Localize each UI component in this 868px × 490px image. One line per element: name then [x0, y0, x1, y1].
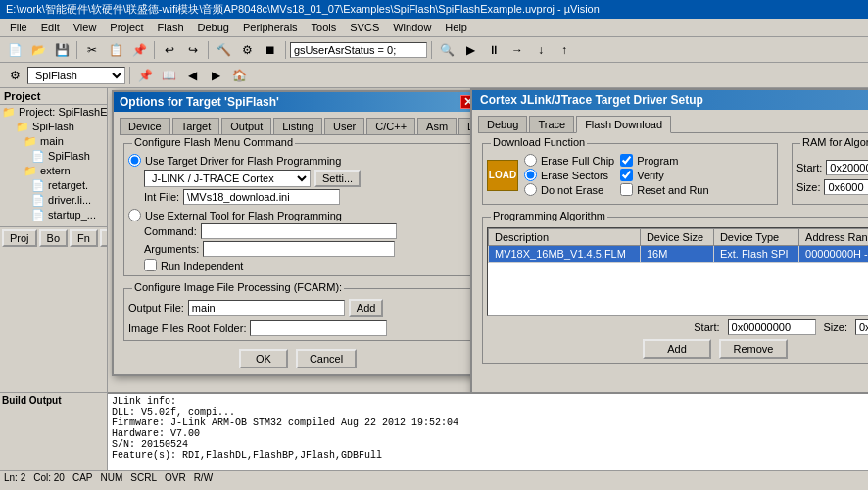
- root-folder-input[interactable]: [250, 320, 387, 336]
- radio-erase-sectors-input[interactable]: [524, 169, 537, 181]
- init-file-row: Int File:: [144, 189, 467, 205]
- ram-size-input[interactable]: [824, 179, 868, 195]
- tab-device[interactable]: Device: [120, 118, 170, 134]
- cortex-tab-trace[interactable]: Trace: [529, 116, 574, 132]
- folder-icon-4: 📁: [24, 165, 37, 176]
- panel-func-tab[interactable]: Fn: [70, 229, 98, 247]
- ram-section: RAM for Algorithm Start: Size:: [792, 143, 868, 205]
- rebuild-btn[interactable]: ⚙: [236, 39, 258, 61]
- target-option-btn[interactable]: ⚙: [4, 65, 25, 86]
- check-verify-input[interactable]: [620, 169, 633, 181]
- tree-spiflash-file[interactable]: 📄 SpiFlash: [0, 149, 107, 164]
- menu-debug[interactable]: Debug: [192, 21, 235, 34]
- toolbar-1: 📄 📂 💾 ✂ 📋 📌 ↩ ↪ 🔨 ⚙ ⏹ 🔍 ▶ ⏸ → ↓ ↑: [0, 37, 868, 63]
- menu-view[interactable]: View: [68, 21, 103, 34]
- algo-size-input[interactable]: [855, 319, 868, 335]
- next-btn[interactable]: ▶: [205, 65, 226, 86]
- tree-driver[interactable]: 📄 driver.li...: [0, 193, 107, 208]
- algo-start-input[interactable]: [728, 319, 816, 335]
- menu-peripherals[interactable]: Peripherals: [237, 21, 304, 34]
- remove-algo-btn[interactable]: Remove: [719, 339, 788, 359]
- tab-listing[interactable]: Listing: [273, 118, 322, 134]
- add-fcarm-btn[interactable]: Add: [349, 299, 384, 317]
- menu-help[interactable]: Help: [439, 21, 473, 34]
- menu-tools[interactable]: Tools: [306, 21, 343, 34]
- menu-file[interactable]: File: [4, 21, 33, 34]
- home-btn[interactable]: 🏠: [228, 65, 250, 86]
- cell-description: MV18X_16MB_V1.4.5.FLM: [489, 246, 641, 263]
- panel-tpl-tab[interactable]: Te: [100, 229, 108, 247]
- radio-erase-full-input[interactable]: [524, 154, 537, 167]
- root-folder-row: Image Files Root Folder:: [128, 320, 467, 336]
- output-panel: JLink info: DLL: V5.02f, compi... Firmwa…: [108, 392, 868, 470]
- tab-user[interactable]: User: [324, 118, 364, 134]
- search-btn[interactable]: 🔍: [436, 39, 458, 61]
- copy-btn[interactable]: 📋: [105, 39, 126, 61]
- tree-startup[interactable]: 📄 startup_...: [0, 208, 107, 222]
- file-icon-3: 📄: [31, 194, 45, 206]
- output-file-input[interactable]: [188, 300, 345, 316]
- cortex-main-row: Download Function LOAD Erase Full Chip: [478, 139, 868, 209]
- ram-start-input[interactable]: [826, 160, 868, 175]
- run-independent-label: Run Independent: [161, 260, 243, 271]
- ok-btn[interactable]: OK: [239, 349, 288, 368]
- book-btn[interactable]: 📖: [158, 65, 179, 86]
- status-input[interactable]: [290, 42, 427, 58]
- algo-table-row[interactable]: MV18X_16MB_V1.4.5.FLM 16M Ext. Flash SPI…: [489, 246, 869, 263]
- tree-main[interactable]: 📁 main: [0, 134, 107, 149]
- debug-start-btn[interactable]: ▶: [459, 39, 481, 61]
- radio-no-erase-input[interactable]: [524, 183, 537, 196]
- init-file-input[interactable]: [183, 189, 340, 205]
- pin-btn[interactable]: 📌: [134, 65, 156, 86]
- check-reset-input[interactable]: [620, 183, 633, 196]
- fcarm-section: Configure Image File Processing (FCARM):…: [123, 288, 472, 341]
- menu-project[interactable]: Project: [104, 21, 149, 34]
- algo-table-container[interactable]: Description Device Size Device Type Addr…: [487, 227, 868, 316]
- step-over-btn[interactable]: →: [506, 39, 528, 61]
- undo-btn[interactable]: ↩: [159, 39, 180, 61]
- arguments-input[interactable]: [203, 241, 395, 257]
- tab-target[interactable]: Target: [172, 118, 220, 134]
- step-out-btn[interactable]: ↑: [554, 39, 575, 61]
- debug-stop-btn[interactable]: ⏸: [483, 39, 505, 61]
- radio-ext-item: Use External Tool for Flash Programming: [128, 209, 467, 221]
- tree-spiflash[interactable]: 📁 SpiFlash: [0, 120, 107, 134]
- menu-flash[interactable]: Flash: [152, 21, 190, 34]
- settings-btn[interactable]: Setti...: [314, 170, 361, 187]
- menu-svcs[interactable]: SVCS: [344, 21, 385, 34]
- menu-edit[interactable]: Edit: [35, 21, 66, 34]
- radio-target-item: Use Target Driver for Flash Programming: [128, 154, 467, 167]
- menu-window[interactable]: Window: [387, 21, 437, 34]
- stop-btn[interactable]: ⏹: [260, 39, 281, 61]
- build-btn[interactable]: 🔨: [213, 39, 234, 61]
- check-program-input[interactable]: [620, 154, 633, 167]
- cortex-tab-debug[interactable]: Debug: [478, 116, 527, 132]
- paste-btn[interactable]: 📌: [128, 39, 150, 61]
- new-btn[interactable]: 📄: [4, 39, 25, 61]
- tab-cpp[interactable]: C/C++: [366, 118, 415, 134]
- col-device-type: Device Type: [713, 229, 798, 246]
- radio-target-input[interactable]: [128, 154, 141, 167]
- driver-select[interactable]: J-LINK / J-TRACE Cortex: [144, 170, 311, 187]
- save-btn[interactable]: 💾: [51, 39, 72, 61]
- open-btn[interactable]: 📂: [27, 39, 49, 61]
- tab-output[interactable]: Output: [221, 118, 271, 134]
- cancel-btn[interactable]: Cancel: [296, 349, 357, 368]
- command-input[interactable]: [201, 223, 397, 239]
- tree-retarget[interactable]: 📄 retarget.: [0, 178, 107, 193]
- cortex-tab-flash[interactable]: Flash Download: [576, 116, 671, 133]
- add-algo-btn[interactable]: Add: [643, 339, 711, 359]
- panel-proj-tab[interactable]: Proj: [2, 229, 37, 247]
- radio-ext-input[interactable]: [128, 209, 141, 221]
- tab-asm[interactable]: Asm: [417, 118, 457, 134]
- redo-btn[interactable]: ↪: [182, 39, 204, 61]
- cut-btn[interactable]: ✂: [81, 39, 103, 61]
- algo-table: Description Device Size Device Type Addr…: [488, 228, 868, 263]
- step-into-btn[interactable]: ↓: [530, 39, 552, 61]
- run-independent-input[interactable]: [144, 259, 157, 271]
- prev-btn[interactable]: ◀: [181, 65, 203, 86]
- panel-book-tab[interactable]: Bo: [39, 229, 68, 247]
- tree-project[interactable]: 📁 Project: SpiFlashExa...: [0, 105, 107, 120]
- target-select[interactable]: SpiFlash: [27, 67, 125, 84]
- tree-extern[interactable]: 📁 extern: [0, 164, 107, 178]
